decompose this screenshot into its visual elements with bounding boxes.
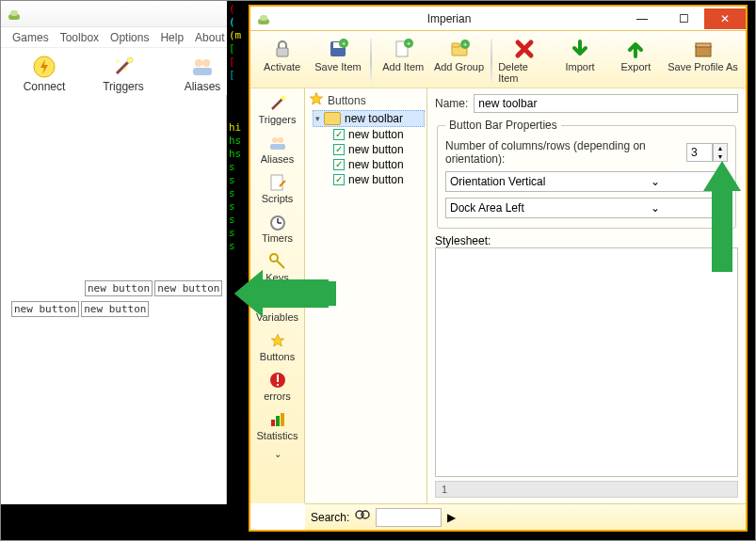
grid-button[interactable]: new button [11,301,79,317]
add-group-label: Add Group [434,61,484,72]
tree-item[interactable]: new button [331,127,425,142]
cols-stepper[interactable]: ▲ ▼ [686,143,728,162]
cols-input[interactable] [686,143,713,162]
dock-value: Dock Area Left [450,201,587,215]
tab-expand[interactable]: ⌄ [250,444,304,462]
triggers-label: Triggers [103,80,144,93]
editor-body: Triggers Aliases Scripts Timers Keys X =… [250,88,746,503]
editor-titlebar[interactable]: Imperian — ☐ ✕ [250,7,746,31]
tab-variables[interactable]: X =Variables [250,286,304,326]
tree-item[interactable]: new button [331,142,425,157]
menu-games[interactable]: Games [12,31,49,43]
properties-panel: Name: Button Bar Properties Number of co… [427,88,746,503]
checkbox-icon[interactable] [333,144,345,155]
tree-item[interactable]: new button [331,157,425,172]
add-item-button[interactable]: + Add Item [378,35,429,86]
minimize-button[interactable]: — [621,8,663,29]
chevron-down-icon[interactable]: ⌄ [587,201,723,215]
tab-label: Timers [262,232,293,244]
menu-options[interactable]: Options [110,31,149,43]
tree-item[interactable]: new button [331,172,425,187]
export-button[interactable]: Export [610,35,662,86]
aliases-button[interactable]: Aliases [176,54,229,93]
delete-item-button[interactable]: Delete Item [498,35,550,86]
status-area [1,504,246,541]
import-button[interactable]: Import [554,35,605,86]
delete-icon [512,37,537,61]
menu-toolbox[interactable]: Toolbox [60,31,99,43]
chevron-down-icon[interactable]: ⌄ [587,175,723,188]
svg-rect-46 [281,413,284,426]
wand-icon [110,54,137,80]
svg-rect-14 [260,15,267,21]
stylesheet-textarea[interactable] [435,247,738,477]
triggers-button[interactable]: Triggers [97,54,150,93]
fieldset-legend: Button Bar Properties [445,119,561,132]
error-icon [267,370,288,390]
checkbox-icon[interactable] [333,159,345,170]
bolt-icon [31,54,57,80]
close-button[interactable]: ✕ [704,8,746,29]
svg-rect-42 [277,374,279,382]
tab-label: Buttons [260,351,295,362]
search-input[interactable] [376,508,442,527]
tree-folder[interactable]: ▾ new toolbar [313,110,425,127]
checkbox-icon[interactable] [333,129,345,140]
tab-keys[interactable]: Keys [250,247,304,286]
spin-up[interactable]: ▲ [714,144,727,152]
tree-folder-label: new toolbar [345,112,403,125]
search-bar: Search: ▶ [305,503,746,530]
activate-button[interactable]: Activate [256,35,308,86]
svg-rect-9 [193,68,212,75]
export-icon [623,37,648,61]
save-profile-button[interactable]: Save Profile As [666,35,740,86]
svg-point-32 [278,137,283,143]
add-group-button[interactable]: + Add Group [433,35,485,86]
tree-item-label: new button [348,128,404,141]
wand-icon [267,93,288,114]
grid-button[interactable]: new button [85,280,153,296]
orientation-select[interactable]: Orientation Vertical ⌄ [445,171,728,192]
tab-scripts[interactable]: Scripts [250,167,304,207]
save-item-label: Save Item [314,61,362,72]
name-field[interactable] [474,94,738,113]
save-item-button[interactable]: + Save Item [312,35,363,86]
tab-buttons[interactable]: Buttons [250,326,304,365]
editor-toolbar: Activate + Save Item + Add Item + Add Gr… [250,31,746,88]
lock-icon [270,37,295,61]
expand-icon[interactable]: ▾ [315,114,320,123]
tab-errors[interactable]: errors [250,365,304,405]
tab-triggers[interactable]: Triggers [250,88,304,128]
maximize-button[interactable]: ☐ [663,8,704,29]
chart-icon [267,409,288,430]
export-label: Export [620,61,651,72]
editor-title: Imperian [277,12,621,25]
svg-point-31 [272,137,278,143]
cols-label: Number of columns/rows (depending on ori… [445,139,681,166]
search-go-button[interactable]: ▶ [447,511,456,524]
tree-root[interactable]: Buttons [307,90,425,110]
spin-down[interactable]: ▼ [714,152,727,161]
save-icon: + [326,37,350,61]
star-icon [267,330,288,351]
connect-button[interactable]: Connect [18,54,71,93]
people-icon [189,54,216,80]
menu-help[interactable]: Help [160,31,184,43]
tab-aliases[interactable]: Aliases [250,128,304,167]
add-group-icon: + [447,37,472,61]
connect-label: Connect [24,80,66,93]
tab-timers[interactable]: Timers [250,207,304,247]
aliases-label: Aliases [185,80,221,93]
grid-button[interactable]: new button [81,301,149,317]
import-label: Import [565,61,594,72]
checkbox-icon[interactable] [333,174,345,185]
grid-button[interactable]: new button [154,280,222,296]
tree-root-label: Buttons [328,94,366,107]
tree-panel: Buttons ▾ new toolbar new button new but… [305,88,427,503]
dock-area-select[interactable]: Dock Area Left ⌄ [445,198,728,218]
svg-point-39 [270,254,278,262]
spin-buttons: ▲ ▼ [713,143,728,162]
svg-rect-1 [10,10,18,16]
tab-statistics[interactable]: Statistics [250,405,304,444]
menu-about[interactable]: About [195,31,224,43]
